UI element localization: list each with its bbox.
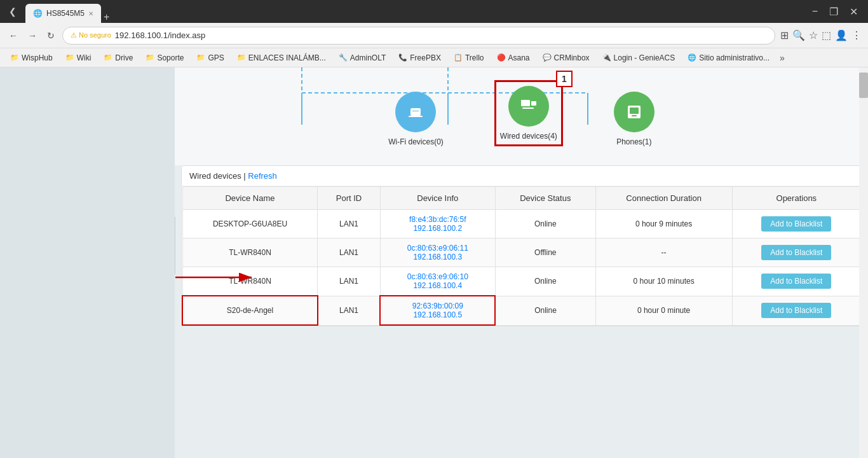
add-to-blacklist-button[interactable]: Add to Blacklist xyxy=(761,216,831,232)
profile-icon[interactable]: 👤 xyxy=(835,29,848,41)
bookmark-icon: 🔧 xyxy=(339,53,348,62)
wired-icon xyxy=(508,86,549,127)
phones-device-icon[interactable]: Phones(1) xyxy=(614,92,654,146)
duration-cell: 0 hour 0 minute xyxy=(595,296,732,325)
device-name-cell: TL-WR840N xyxy=(182,267,318,296)
svg-rect-15 xyxy=(632,115,637,116)
bookmark-trello[interactable]: 📋 Trello xyxy=(449,52,489,64)
bookmark-icon: 💬 xyxy=(543,53,552,62)
bookmark-label: Sitio administrativo... xyxy=(699,53,770,62)
device-name-cell: DESKTOP-G6UA8EU xyxy=(182,210,318,239)
url-text: 192.168.100.1/index.asp xyxy=(115,31,767,40)
bookmark-crminbox[interactable]: 💬 CRMinbox xyxy=(538,52,595,64)
col-connection-duration: Connection Duration xyxy=(595,187,732,210)
status-cell: Online xyxy=(495,210,595,239)
window-minimize-button[interactable]: − xyxy=(807,6,823,17)
nav-back-button[interactable]: ← xyxy=(6,29,20,42)
bookmark-icon: 📁 xyxy=(65,53,74,62)
bookmark-gps[interactable]: 📁 GPS xyxy=(191,52,229,64)
tab-prev-button[interactable]: ❮ xyxy=(5,5,20,18)
bookmark-label: Asana xyxy=(508,53,530,62)
bookmark-icon: 📋 xyxy=(454,53,463,62)
bookmark-icon: 📁 xyxy=(104,53,112,62)
svg-rect-8 xyxy=(409,116,423,117)
col-device-info: Device Info xyxy=(380,187,495,210)
port-id-cell: LAN1 xyxy=(318,210,380,239)
svg-rect-11 xyxy=(531,101,536,106)
active-tab[interactable]: 🌐 HS8545M5 ✕ xyxy=(25,4,101,23)
bookmark-freepbx[interactable]: 📞 FreePBX xyxy=(393,52,446,64)
bookmark-soporte[interactable]: 📁 Soporte xyxy=(140,52,189,64)
nav-forward-button[interactable]: → xyxy=(25,29,39,42)
svg-rect-10 xyxy=(521,100,530,106)
nav-bar: ← → ↻ ⚠ No seguro 192.168.100.1/index.as… xyxy=(0,23,868,48)
bookmark-label: Login - GenieACS xyxy=(614,53,675,62)
refresh-link[interactable]: Refresh xyxy=(248,171,277,181)
bookmark-icon: 🔴 xyxy=(497,53,506,62)
nav-refresh-button[interactable]: ↻ xyxy=(44,29,57,42)
tab-close-button[interactable]: ✕ xyxy=(88,10,93,17)
device-info-cell: 92:63:9b:00:09192.168.100.5 xyxy=(380,296,495,325)
scrollbar-thumb[interactable] xyxy=(859,73,868,98)
bookmark-label: Trello xyxy=(465,53,484,62)
port-id-cell: LAN1 xyxy=(318,267,380,296)
translate-icon[interactable]: ⊞ xyxy=(780,29,789,41)
scrollbar-track[interactable] xyxy=(859,67,868,458)
svg-rect-14 xyxy=(630,108,639,114)
window-controls: − ❐ ✕ xyxy=(807,6,863,18)
extensions-icon[interactable]: ⬚ xyxy=(822,29,831,41)
window-maximize-button[interactable]: ❐ xyxy=(824,6,843,18)
device-info-cell: 0c:80:63:e9:06:10192.168.100.4 xyxy=(380,267,495,296)
bookmark-enlaces[interactable]: 📁 ENLACES INALÁMB... xyxy=(232,52,331,64)
port-id-cell: LAN1 xyxy=(318,239,380,267)
operations-cell: Add to Blacklist xyxy=(732,239,860,267)
bookmark-sitio[interactable]: 🌐 Sitio administrativo... xyxy=(682,52,775,64)
bookmark-wisphub[interactable]: 📁 WispHub xyxy=(5,52,58,64)
bookmark-drive[interactable]: 📁 Drive xyxy=(98,52,138,64)
wifi-icon xyxy=(395,92,436,132)
col-device-status: Device Status xyxy=(495,187,595,210)
wifi-device-icon[interactable]: Wi-Fi devices(0) xyxy=(388,92,444,146)
bookmarks-more-button[interactable]: » xyxy=(780,53,785,63)
bookmark-label: AdminOLT xyxy=(350,53,386,62)
tab-bar: 🌐 HS8545M5 ✕ + xyxy=(25,0,802,23)
address-bar[interactable]: ⚠ No seguro 192.168.100.1/index.asp xyxy=(62,27,775,45)
add-to-blacklist-button[interactable]: Add to Blacklist xyxy=(761,303,831,318)
bookmark-icon: 🌐 xyxy=(688,53,696,62)
status-cell: Offline xyxy=(495,239,595,267)
annotation-box: Como podemos observar,el dispositivo tie… xyxy=(175,217,175,274)
menu-icon[interactable]: ⋮ xyxy=(851,29,862,41)
svg-rect-12 xyxy=(522,108,534,109)
table-row: TL-WR840NLAN10c:80:63:e9:06:10192.168.10… xyxy=(182,267,861,296)
table-title: Wired devices xyxy=(189,171,241,181)
bookmark-adminolt[interactable]: 🔧 AdminOLT xyxy=(334,52,391,64)
browser-titlebar: ❮ 🌐 HS8545M5 ✕ + − ❐ ✕ xyxy=(0,0,868,23)
diagram-area: Wi-Fi devices(0) Wired devices(4) 1 xyxy=(175,67,868,165)
bookmark-star-icon[interactable]: ☆ xyxy=(809,29,818,41)
bookmark-asana[interactable]: 🔴 Asana xyxy=(492,52,535,64)
main-area: Wi-Fi devices(0) Wired devices(4) 1 xyxy=(175,67,868,458)
bookmark-icon: 📞 xyxy=(398,53,407,62)
sidebar xyxy=(0,67,175,458)
diagram-wrapper: Wi-Fi devices(0) Wired devices(4) 1 xyxy=(175,67,868,165)
phones-icon xyxy=(614,92,654,132)
svg-rect-7 xyxy=(410,108,421,116)
window-close-button[interactable]: ✕ xyxy=(844,6,863,18)
status-cell: Online xyxy=(495,296,595,325)
bookmark-genieacs[interactable]: 🔌 Login - GenieACS xyxy=(597,52,681,64)
table-area: Como podemos observar,el dispositivo tie… xyxy=(181,165,862,326)
add-to-blacklist-button[interactable]: Add to Blacklist xyxy=(761,245,831,260)
bookmark-label: Soporte xyxy=(157,53,184,62)
device-name-cell: TL-WR840N xyxy=(182,239,318,267)
wired-device-icon[interactable]: Wired devices(4) 1 xyxy=(494,80,563,146)
add-to-blacklist-button[interactable]: Add to Blacklist xyxy=(761,274,831,289)
device-info-cell: 0c:80:63:e9:06:11192.168.100.3 xyxy=(380,239,495,267)
zoom-icon[interactable]: 🔍 xyxy=(792,29,805,41)
bookmark-label: CRMinbox xyxy=(554,53,590,62)
bookmark-wiki[interactable]: 📁 Wiki xyxy=(60,52,97,64)
bookmark-icon: 📁 xyxy=(237,53,246,62)
bookmark-label: ENLACES INALÁMB... xyxy=(248,53,326,62)
new-tab-button[interactable]: + xyxy=(104,11,109,23)
bookmark-label: WispHub xyxy=(22,53,53,62)
tab-icon: 🌐 xyxy=(33,9,43,18)
